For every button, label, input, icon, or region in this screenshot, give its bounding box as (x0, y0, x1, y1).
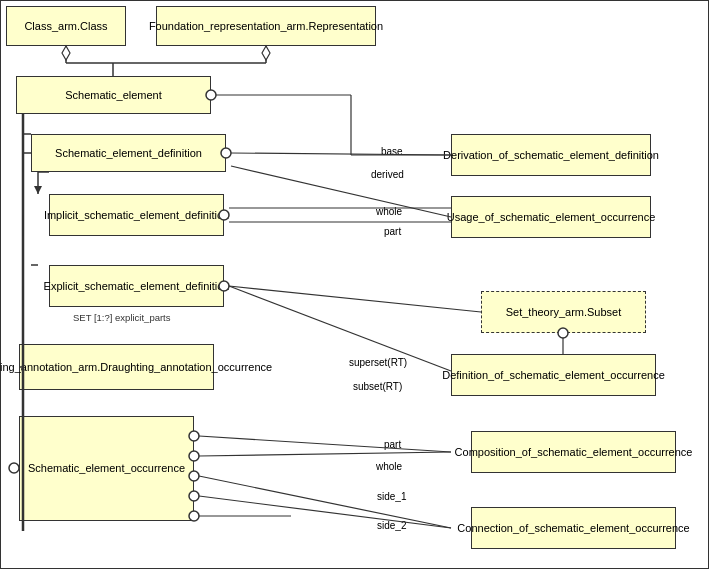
connection-box: Connection_of_schematic_element_occurren… (471, 507, 676, 549)
svg-line-31 (199, 476, 451, 528)
svg-line-30 (199, 452, 451, 456)
schematic-occurrence-box: Schematic_element_occurrence (19, 416, 194, 521)
superset-label: superset(RT) (349, 357, 407, 368)
svg-marker-3 (62, 46, 70, 60)
base-label: base (381, 146, 403, 157)
diagram-container: Class_arm.Class Foundation_representatio… (0, 0, 709, 569)
definition-occurrence-box: Definition_of_schematic_element_occurren… (451, 354, 656, 396)
whole-label: whole (376, 206, 402, 217)
part2-label: part (384, 439, 401, 450)
composition-box: Composition_of_schematic_element_occurre… (471, 431, 676, 473)
derivation-box: Derivation_of_schematic_element_definiti… (451, 134, 651, 176)
part-label: part (384, 226, 401, 237)
side2-label: side_2 (377, 520, 406, 531)
foundation-box: Foundation_representation_arm.Representa… (156, 6, 376, 46)
class-arm-box: Class_arm.Class (6, 6, 126, 46)
svg-line-36 (229, 286, 451, 371)
set-theory-box: Set_theory_arm.Subset (481, 291, 646, 333)
svg-line-32 (199, 496, 451, 528)
set-label: SET [1:?] explicit_parts (73, 312, 171, 323)
svg-point-28 (9, 463, 19, 473)
whole2-label: whole (376, 461, 402, 472)
svg-line-17 (231, 166, 451, 217)
draughting-box: Draughting_annotation_arm.Draughting_ann… (19, 344, 214, 390)
side1-label: side_1 (377, 491, 406, 502)
explicit-schematic-box: Explicit_schematic_element_definition (49, 265, 224, 307)
svg-line-29 (199, 436, 451, 452)
implicit-schematic-box: Implicit_schematic_element_definition (49, 194, 224, 236)
derived-label: derived (371, 169, 404, 180)
schematic-element-definition-box: Schematic_element_definition (31, 134, 226, 172)
svg-line-16 (231, 153, 451, 155)
svg-marker-6 (262, 46, 270, 60)
svg-line-37 (229, 286, 481, 312)
svg-marker-12 (34, 186, 42, 194)
subset-label: subset(RT) (353, 381, 402, 392)
schematic-element-box: Schematic_element (16, 76, 211, 114)
usage-box: Usage_of_schematic_element_occurrence (451, 196, 651, 238)
